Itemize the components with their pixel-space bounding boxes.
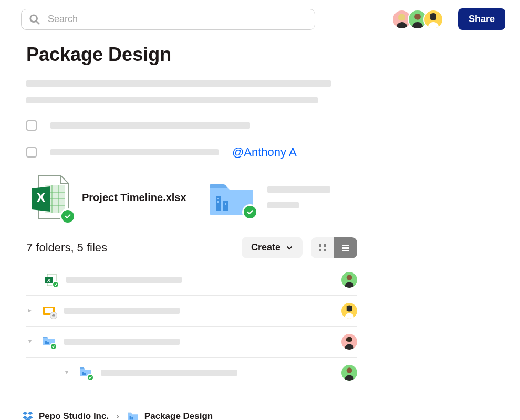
svg-text:X: X [47, 278, 50, 283]
svg-point-27 [347, 275, 352, 280]
description-placeholder [26, 80, 357, 103]
folder-icon [127, 411, 139, 420]
checkbox[interactable] [26, 120, 37, 131]
excel-file-icon: X [29, 174, 72, 221]
page-title: Package Design [26, 44, 357, 66]
owner-avatar[interactable] [341, 272, 357, 288]
breadcrumb-label: Pepo Studio Inc. [39, 411, 109, 420]
svg-rect-34 [82, 372, 84, 375]
svg-rect-22 [342, 247, 349, 249]
synced-badge-icon [52, 281, 59, 288]
create-button-label: Create [251, 242, 280, 253]
breadcrumb-root[interactable]: Pepo Studio Inc. [22, 411, 109, 420]
svg-rect-38 [131, 417, 133, 420]
folder-icon [207, 178, 255, 217]
svg-point-0 [30, 15, 37, 22]
breadcrumb-current[interactable]: Package Design [127, 411, 213, 420]
attachment-label: Project Timeline.xlsx [82, 192, 186, 204]
breadcrumb: Pepo Studio Inc. › Package Design [0, 388, 520, 420]
file-row[interactable] [26, 358, 357, 388]
attachment-folder[interactable] [207, 178, 330, 217]
search-input[interactable] [48, 14, 307, 25]
disclosure-triangle[interactable] [63, 369, 70, 376]
synced-badge-icon [87, 374, 94, 381]
item-count: 7 folders, 5 files [26, 241, 233, 255]
svg-rect-35 [84, 373, 86, 375]
disclosure-triangle[interactable] [26, 338, 34, 345]
folder-text-placeholder [267, 186, 330, 208]
grid-view-button[interactable] [311, 237, 334, 258]
svg-text:X: X [36, 190, 46, 205]
file-name-placeholder [64, 308, 180, 314]
task-text-placeholder [50, 149, 219, 155]
synced-badge-icon [50, 343, 57, 350]
dropbox-icon [22, 411, 34, 420]
svg-rect-20 [324, 249, 326, 251]
svg-rect-21 [342, 245, 349, 246]
avatar[interactable] [423, 9, 443, 29]
collaborator-avatars[interactable] [392, 9, 443, 29]
svg-point-36 [347, 368, 352, 373]
attachment-excel[interactable]: X Project Timeline.xlsx [29, 174, 186, 221]
create-button[interactable]: Create [242, 237, 303, 258]
svg-rect-14 [217, 198, 219, 200]
search-bar[interactable] [21, 9, 315, 30]
chevron-right-icon: › [116, 411, 119, 420]
svg-rect-16 [225, 203, 226, 205]
file-row[interactable] [26, 327, 357, 358]
breadcrumb-label: Package Design [144, 411, 213, 420]
owner-avatar[interactable] [341, 334, 357, 350]
svg-rect-13 [223, 201, 228, 211]
synced-badge-icon [242, 204, 258, 220]
svg-rect-23 [342, 250, 349, 251]
user-mention[interactable]: @Anthony A [232, 145, 297, 159]
chevron-down-icon [286, 244, 293, 251]
file-name-placeholder [64, 339, 180, 345]
svg-rect-37 [129, 416, 131, 419]
checkbox[interactable] [26, 147, 37, 158]
synced-badge-icon [60, 208, 76, 224]
excel-file-icon: X [44, 273, 58, 287]
view-toggle [311, 237, 357, 258]
svg-rect-31 [45, 341, 47, 344]
list-view-button[interactable] [334, 237, 357, 258]
svg-rect-18 [324, 244, 326, 247]
owner-avatar[interactable] [341, 365, 357, 381]
file-row[interactable]: X [26, 265, 357, 296]
task-text-placeholder [50, 122, 250, 129]
folder-icon [42, 335, 56, 349]
file-row[interactable] [26, 296, 357, 327]
file-name-placeholder [66, 277, 182, 283]
svg-point-3 [414, 13, 421, 19]
task-row[interactable] [26, 120, 357, 131]
task-row[interactable]: @Anthony A [26, 145, 357, 159]
slides-file-icon [42, 304, 56, 318]
svg-line-1 [37, 21, 39, 24]
svg-rect-17 [319, 244, 321, 247]
disclosure-triangle[interactable] [26, 307, 34, 314]
folder-icon [79, 366, 92, 380]
file-name-placeholder [101, 370, 237, 376]
svg-rect-15 [217, 201, 219, 203]
owner-avatar[interactable] [341, 303, 357, 319]
share-button[interactable]: Share [458, 8, 505, 30]
search-icon [29, 14, 40, 25]
svg-rect-32 [47, 342, 49, 344]
svg-rect-19 [319, 249, 321, 251]
cloud-badge-icon [50, 312, 57, 319]
